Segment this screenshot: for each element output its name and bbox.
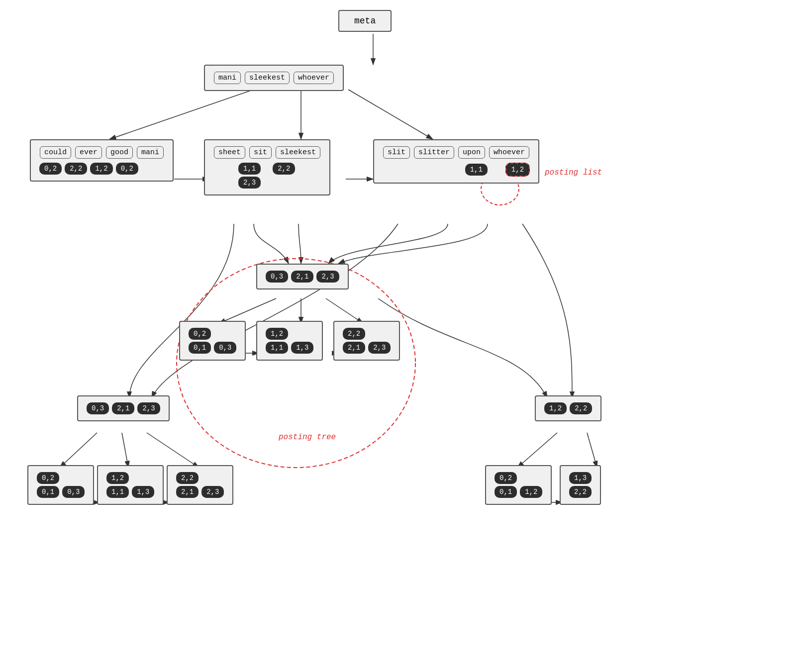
cm-child3-node: 2,2 2,12,3 bbox=[333, 321, 400, 361]
ll1-b1: 0,1 bbox=[37, 486, 59, 498]
ll3-b1: 2,1 bbox=[176, 486, 199, 498]
left-pill-22: 2,2 bbox=[65, 163, 87, 175]
right-pill-upon-11: 1,1 bbox=[465, 164, 488, 176]
rl2-b1: 2,2 bbox=[569, 486, 592, 498]
svg-line-17 bbox=[517, 433, 557, 468]
level1-label-sleekest: sleekest bbox=[245, 72, 290, 84]
rl1-b2: 1,2 bbox=[520, 486, 542, 498]
svg-line-18 bbox=[587, 433, 597, 468]
mid-label-sheet: sheet bbox=[214, 146, 245, 159]
cmc1-top: 0,2 bbox=[189, 328, 211, 340]
meta-label: meta bbox=[354, 16, 376, 26]
right-label-upon: upon bbox=[458, 146, 485, 159]
ll1-b2: 0,3 bbox=[62, 486, 85, 498]
ll3-node: 2,2 2,12,3 bbox=[167, 465, 233, 505]
ll2-node: 1,2 1,11,3 bbox=[97, 465, 164, 505]
ls-pill-03: 0,3 bbox=[87, 402, 109, 414]
cm-pill-03: 0,3 bbox=[266, 271, 288, 283]
rs-pill-22: 2,2 bbox=[570, 402, 592, 414]
cmc2-b2: 1,3 bbox=[291, 342, 313, 354]
mid-label-sleekest: sleekest bbox=[276, 146, 320, 159]
left-label-ever: ever bbox=[75, 146, 102, 159]
right-node: slit slitter upon whoever 1,1 1,2 bbox=[373, 139, 539, 184]
ll1-node: 0,2 0,10,3 bbox=[27, 465, 94, 505]
right-label-whoever: whoever bbox=[489, 146, 529, 159]
cmc3-b1: 2,1 bbox=[343, 342, 365, 354]
left-label-mani: mani bbox=[137, 146, 164, 159]
mid-pill-sit-23: 2,3 bbox=[238, 177, 261, 189]
posting-tree-label: posting tree bbox=[279, 433, 336, 442]
ls-pill-23: 2,3 bbox=[137, 402, 160, 414]
ll2-b1: 1,1 bbox=[106, 486, 129, 498]
left-sub-node: 0,3 2,1 2,3 bbox=[77, 395, 170, 421]
rl1-top: 0,2 bbox=[495, 472, 517, 484]
meta-node: meta bbox=[338, 10, 392, 32]
mid-pill-sleekest-22: 2,2 bbox=[273, 163, 295, 175]
svg-line-4 bbox=[348, 90, 433, 139]
rs-pill-12: 1,2 bbox=[544, 402, 567, 414]
mid-node: sheet sit sleekest 1,1 2,3 2,2 bbox=[204, 139, 330, 195]
posting-list-label: posting list bbox=[545, 168, 602, 177]
ls-pill-21: 2,1 bbox=[112, 402, 134, 414]
left-pill-12: 1,2 bbox=[90, 163, 112, 175]
svg-line-2 bbox=[109, 90, 254, 139]
svg-line-7 bbox=[219, 298, 276, 323]
cm-child2-node: 1,2 1,11,3 bbox=[256, 321, 323, 361]
level1-label-whoever: whoever bbox=[294, 72, 334, 84]
cmc3-b2: 2,3 bbox=[368, 342, 391, 354]
cmc2-top: 1,2 bbox=[266, 328, 288, 340]
rl1-b1: 0,1 bbox=[495, 486, 517, 498]
ll2-b2: 1,3 bbox=[132, 486, 154, 498]
svg-line-13 bbox=[122, 433, 128, 468]
rl2-top: 1,3 bbox=[569, 472, 592, 484]
ll1-top: 0,2 bbox=[37, 472, 59, 484]
svg-line-14 bbox=[147, 433, 199, 468]
rl1-node: 0,2 0,11,2 bbox=[485, 465, 552, 505]
level1-label-mani: mani bbox=[214, 72, 241, 84]
rl2-node: 1,3 2,2 bbox=[560, 465, 601, 505]
mid-pill-sit-11: 1,1 bbox=[238, 163, 261, 175]
left-pill-02b: 0,2 bbox=[116, 163, 138, 175]
cm-pill-23: 2,3 bbox=[316, 271, 339, 283]
cm-pill-21: 2,1 bbox=[291, 271, 313, 283]
left-pill-02: 0,2 bbox=[39, 163, 62, 175]
cmc2-b1: 1,1 bbox=[266, 342, 288, 354]
cm-child1-node: 0,2 0,10,3 bbox=[179, 321, 246, 361]
left-node: could ever good mani 0,2 2,2 1,2 0,2 bbox=[30, 139, 174, 182]
svg-line-9 bbox=[326, 298, 363, 323]
mid-label-sit: sit bbox=[249, 146, 272, 159]
right-label-slitter: slitter bbox=[414, 146, 454, 159]
cmc1-b1: 0,1 bbox=[189, 342, 211, 354]
ll3-b2: 2,3 bbox=[201, 486, 224, 498]
left-label-could: could bbox=[40, 146, 71, 159]
cmc3-top: 2,2 bbox=[343, 328, 365, 340]
ll2-top: 1,2 bbox=[106, 472, 129, 484]
right-sub-node: 1,2 2,2 bbox=[535, 395, 601, 421]
level1-node: mani sleekest whoever bbox=[204, 65, 344, 91]
cmc1-b2: 0,3 bbox=[214, 342, 236, 354]
ll3-top: 2,2 bbox=[176, 472, 199, 484]
svg-line-12 bbox=[60, 433, 97, 468]
right-pill-whoever-12: 1,2 bbox=[505, 163, 530, 177]
left-label-good: good bbox=[106, 146, 133, 159]
right-label-slit: slit bbox=[383, 146, 410, 159]
center-mid-node: 0,3 2,1 2,3 bbox=[256, 264, 349, 289]
